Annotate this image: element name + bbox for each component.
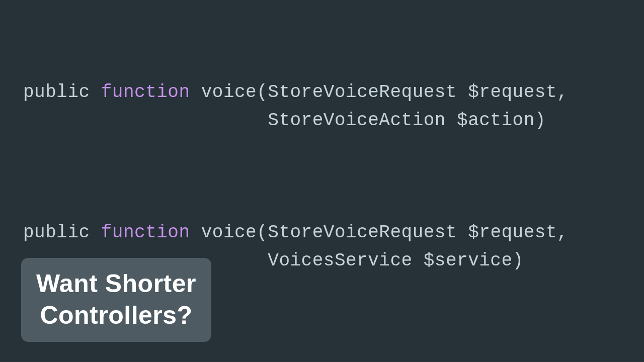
paren-close: ) <box>513 250 524 271</box>
paren-open: ( <box>257 82 268 103</box>
param-type: StoreVoiceRequest <box>268 222 457 243</box>
param-var: $service <box>424 250 513 271</box>
comma: , <box>557 222 568 243</box>
caption-line-1: Want Shorter <box>36 268 196 300</box>
keyword-function: function <box>101 222 190 243</box>
param-var: $request <box>468 82 557 103</box>
param-type: StoreVoiceRequest <box>268 82 457 103</box>
code-line-3: public function voice(StoreVoiceRequest … <box>23 222 568 243</box>
code-area: public function voice(StoreVoiceRequest … <box>0 0 644 275</box>
keyword-visibility: public <box>23 222 90 243</box>
paren-close: ) <box>535 110 546 131</box>
keyword-visibility: public <box>23 82 90 103</box>
paren-open: ( <box>257 222 268 243</box>
keyword-function: function <box>101 82 190 103</box>
function-name: voice <box>201 222 257 243</box>
caption-line-2: Controllers? <box>36 300 196 331</box>
param-var: $request <box>468 222 557 243</box>
code-line-1: public function voice(StoreVoiceRequest … <box>23 82 568 103</box>
function-name: voice <box>201 82 257 103</box>
param-type: StoreVoiceAction <box>268 110 446 131</box>
param-var: $action <box>457 110 535 131</box>
caption-badge: Want Shorter Controllers? <box>21 258 211 342</box>
code-line-2: StoreVoiceAction $action) <box>23 110 546 131</box>
param-type: VoicesService <box>268 250 412 271</box>
comma: , <box>557 82 568 103</box>
